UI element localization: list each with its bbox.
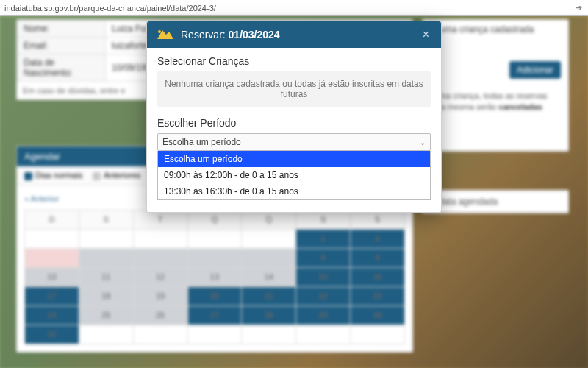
modal-header: Reservar: 01/03/2024 × [147,21,441,48]
periodo-select-value: Escolha um período [162,137,241,147]
periodo-option[interactable]: 09:00h às 12:00h - de 0 a 15 anos [158,167,430,183]
browser-url-bar: ➔ [0,0,588,16]
modal-close-icon[interactable]: × [420,28,432,41]
modal-overlay: Reservar: 01/03/2024 × Selecionar Crianç… [0,16,588,368]
periodo-options-list: Escolha um período09:00h às 12:00h - de … [157,151,431,200]
periodo-option[interactable]: Escolha um período [158,151,430,167]
no-children-info-box: Nenhuma criança cadastrada ou todas já e… [157,71,431,107]
periodo-option[interactable]: 13:30h às 16:30h - de 0 a 15 anos [158,183,430,199]
chevron-down-icon: ⌄ [420,138,426,146]
browser-go-icon[interactable]: ➔ [573,3,584,13]
app-logo-icon [156,27,175,42]
browser-url-input[interactable] [4,4,573,13]
svg-point-1 [158,30,161,33]
periodo-select[interactable]: Escolha um período ⌄ [157,133,431,151]
section-title-periodo: Escolher Período [157,117,431,129]
reservar-modal: Reservar: 01/03/2024 × Selecionar Crianç… [146,21,442,213]
modal-title: Reservar: 01/03/2024 [181,29,280,40]
section-title-children: Selecionar Crianças [157,55,431,67]
